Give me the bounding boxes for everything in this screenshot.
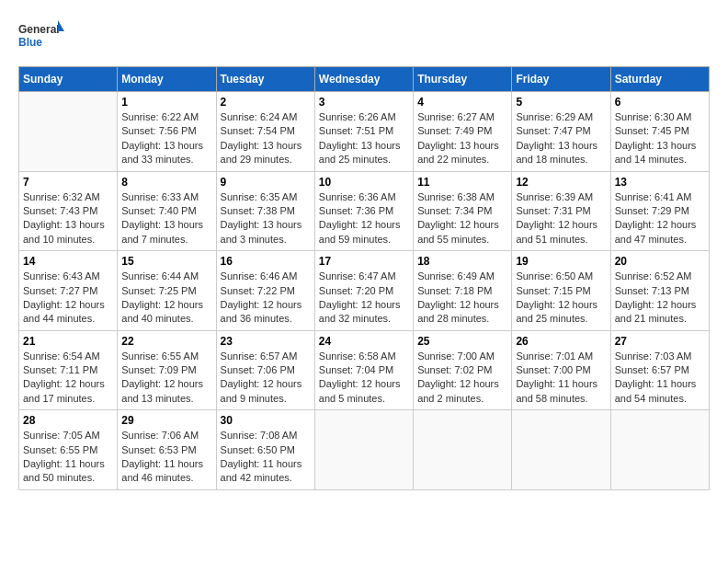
sunrise-text: Sunrise: 6:30 AM	[615, 111, 692, 122]
sunrise-text: Sunrise: 6:43 AM	[23, 270, 100, 282]
sunrise-text: Sunrise: 6:26 AM	[319, 111, 396, 122]
sunset-text: Sunset: 7:40 PM	[121, 205, 196, 216]
day-number: 14	[23, 255, 113, 268]
week-row-5: 28 Sunrise: 7:05 AM Sunset: 6:55 PM Dayl…	[19, 410, 710, 490]
sunset-text: Sunset: 7:06 PM	[221, 364, 295, 375]
calendar-cell: 10 Sunrise: 6:36 AM Sunset: 7:36 PM Dayl…	[314, 171, 413, 251]
calendar-cell: 9 Sunrise: 6:35 AM Sunset: 7:38 PM Dayli…	[216, 171, 314, 251]
sunrise-text: Sunrise: 7:06 AM	[121, 430, 199, 441]
daylight-text: Daylight: 12 hours and 17 minutes.	[23, 378, 105, 403]
day-number: 21	[23, 335, 113, 348]
day-number: 11	[417, 176, 507, 189]
sunset-text: Sunset: 7:29 PM	[615, 205, 689, 216]
day-info: Sunrise: 6:54 AM Sunset: 7:11 PM Dayligh…	[23, 350, 113, 407]
day-info: Sunrise: 6:32 AM Sunset: 7:43 PM Dayligh…	[23, 190, 113, 247]
day-info: Sunrise: 6:22 AM Sunset: 7:56 PM Dayligh…	[121, 110, 211, 167]
calendar-cell: 1 Sunrise: 6:22 AM Sunset: 7:56 PM Dayli…	[118, 92, 216, 172]
daylight-text: Daylight: 11 hours and 46 minutes.	[121, 458, 203, 483]
weekday-header-friday: Friday	[512, 67, 610, 92]
day-number: 30	[221, 414, 311, 427]
day-number: 16	[221, 255, 311, 268]
daylight-text: Daylight: 12 hours and 5 minutes.	[319, 378, 401, 403]
weekday-header-thursday: Thursday	[414, 67, 512, 92]
sunrise-text: Sunrise: 7:00 AM	[417, 350, 495, 362]
day-number: 19	[516, 255, 606, 268]
day-number: 20	[615, 255, 705, 268]
day-number: 29	[121, 414, 211, 427]
sunrise-text: Sunrise: 6:57 AM	[221, 350, 298, 362]
daylight-text: Daylight: 13 hours and 25 minutes.	[319, 140, 401, 165]
weekday-header-monday: Monday	[118, 67, 216, 92]
day-number: 24	[319, 335, 409, 348]
calendar-cell: 4 Sunrise: 6:27 AM Sunset: 7:49 PM Dayli…	[414, 92, 512, 172]
sunrise-text: Sunrise: 6:49 AM	[417, 270, 495, 282]
daylight-text: Daylight: 12 hours and 13 minutes.	[121, 378, 203, 403]
sunset-text: Sunset: 7:31 PM	[516, 205, 590, 216]
calendar-cell: 17 Sunrise: 6:47 AM Sunset: 7:20 PM Dayl…	[314, 251, 413, 331]
day-info: Sunrise: 6:49 AM Sunset: 7:18 PM Dayligh…	[417, 270, 507, 327]
sunrise-text: Sunrise: 6:27 AM	[417, 111, 495, 122]
sunrise-text: Sunrise: 6:47 AM	[319, 270, 396, 282]
sunset-text: Sunset: 7:20 PM	[319, 285, 393, 296]
day-info: Sunrise: 7:03 AM Sunset: 6:57 PM Dayligh…	[615, 350, 705, 407]
sunset-text: Sunset: 7:34 PM	[417, 205, 492, 216]
sunrise-text: Sunrise: 6:35 AM	[221, 191, 298, 202]
daylight-text: Daylight: 12 hours and 9 minutes.	[221, 378, 302, 403]
sunset-text: Sunset: 7:15 PM	[516, 285, 590, 296]
sunrise-text: Sunrise: 6:46 AM	[221, 270, 298, 282]
daylight-text: Daylight: 13 hours and 7 minutes.	[121, 219, 203, 244]
sunrise-text: Sunrise: 7:08 AM	[221, 430, 298, 441]
calendar-cell: 27 Sunrise: 7:03 AM Sunset: 6:57 PM Dayl…	[610, 330, 709, 410]
sunrise-text: Sunrise: 6:52 AM	[615, 270, 692, 282]
daylight-text: Daylight: 11 hours and 54 minutes.	[615, 378, 697, 403]
week-row-2: 7 Sunrise: 6:32 AM Sunset: 7:43 PM Dayli…	[19, 171, 710, 251]
day-number: 2	[221, 96, 311, 109]
sunrise-text: Sunrise: 6:32 AM	[23, 191, 100, 202]
calendar-cell: 21 Sunrise: 6:54 AM Sunset: 7:11 PM Dayl…	[19, 330, 118, 410]
sunrise-text: Sunrise: 7:03 AM	[615, 350, 692, 362]
daylight-text: Daylight: 12 hours and 32 minutes.	[319, 299, 401, 324]
day-info: Sunrise: 7:01 AM Sunset: 7:00 PM Dayligh…	[516, 350, 606, 407]
daylight-text: Daylight: 12 hours and 44 minutes.	[23, 299, 105, 324]
sunrise-text: Sunrise: 6:24 AM	[221, 111, 298, 122]
calendar-cell: 3 Sunrise: 6:26 AM Sunset: 7:51 PM Dayli…	[314, 92, 413, 172]
sunrise-text: Sunrise: 6:55 AM	[121, 350, 199, 362]
day-number: 7	[23, 176, 113, 189]
calendar-cell: 23 Sunrise: 6:57 AM Sunset: 7:06 PM Dayl…	[216, 330, 314, 410]
day-info: Sunrise: 6:55 AM Sunset: 7:09 PM Dayligh…	[121, 350, 211, 407]
sunrise-text: Sunrise: 6:36 AM	[319, 191, 396, 202]
sunset-text: Sunset: 7:56 PM	[121, 125, 196, 136]
calendar-cell: 7 Sunrise: 6:32 AM Sunset: 7:43 PM Dayli…	[19, 171, 118, 251]
calendar-cell: 5 Sunrise: 6:29 AM Sunset: 7:47 PM Dayli…	[512, 92, 610, 172]
day-number: 12	[516, 176, 606, 189]
sunrise-text: Sunrise: 7:01 AM	[516, 350, 593, 362]
sunset-text: Sunset: 7:45 PM	[615, 125, 689, 136]
sunrise-text: Sunrise: 6:29 AM	[516, 111, 593, 122]
day-number: 18	[417, 255, 507, 268]
calendar-cell: 28 Sunrise: 7:05 AM Sunset: 6:55 PM Dayl…	[19, 410, 118, 490]
day-info: Sunrise: 6:38 AM Sunset: 7:34 PM Dayligh…	[417, 190, 507, 247]
day-info: Sunrise: 7:08 AM Sunset: 6:50 PM Dayligh…	[221, 429, 311, 486]
week-row-3: 14 Sunrise: 6:43 AM Sunset: 7:27 PM Dayl…	[19, 251, 710, 331]
sunrise-text: Sunrise: 6:22 AM	[121, 111, 199, 122]
calendar-cell: 6 Sunrise: 6:30 AM Sunset: 7:45 PM Dayli…	[610, 92, 709, 172]
daylight-text: Daylight: 12 hours and 40 minutes.	[121, 299, 203, 324]
calendar-cell: 30 Sunrise: 7:08 AM Sunset: 6:50 PM Dayl…	[216, 410, 314, 490]
sunset-text: Sunset: 7:38 PM	[221, 205, 295, 216]
day-info: Sunrise: 6:43 AM Sunset: 7:27 PM Dayligh…	[23, 270, 113, 327]
sunset-text: Sunset: 7:02 PM	[417, 364, 492, 375]
sunset-text: Sunset: 7:27 PM	[23, 285, 97, 296]
calendar-cell: 15 Sunrise: 6:44 AM Sunset: 7:25 PM Dayl…	[118, 251, 216, 331]
day-number: 10	[319, 176, 409, 189]
daylight-text: Daylight: 12 hours and 51 minutes.	[516, 219, 597, 244]
day-number: 3	[319, 96, 409, 109]
sunrise-text: Sunrise: 6:39 AM	[516, 191, 593, 202]
day-number: 28	[23, 414, 113, 427]
sunset-text: Sunset: 7:49 PM	[417, 125, 492, 136]
day-info: Sunrise: 6:58 AM Sunset: 7:04 PM Dayligh…	[319, 350, 409, 407]
daylight-text: Daylight: 12 hours and 25 minutes.	[516, 299, 597, 324]
day-info: Sunrise: 6:44 AM Sunset: 7:25 PM Dayligh…	[121, 270, 211, 327]
day-info: Sunrise: 6:35 AM Sunset: 7:38 PM Dayligh…	[221, 190, 311, 247]
logo: General Blue	[18, 18, 64, 57]
daylight-text: Daylight: 12 hours and 36 minutes.	[221, 299, 302, 324]
